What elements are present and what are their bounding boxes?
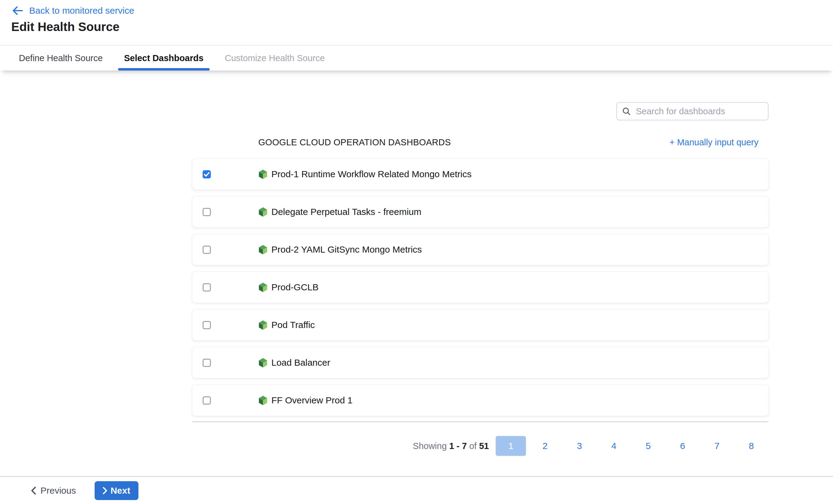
tab-bar: Define Health Source Select Dashboards C…	[0, 45, 833, 71]
page-title: Edit Health Source	[11, 20, 120, 34]
footer-bar: Previous Next	[0, 476, 833, 504]
dashboard-name: Delegate Perpetual Tasks - freemium	[271, 207, 421, 217]
column-header: GOOGLE CLOUD OPERATION DASHBOARDS	[258, 137, 451, 147]
table-row[interactable]: Prod-1 Runtime Workflow Related Mongo Me…	[192, 159, 768, 190]
next-button-label: Next	[111, 485, 130, 496]
dashboard-search	[616, 102, 768, 120]
table-row[interactable]: Prod-GCLB	[192, 272, 768, 303]
list-bottom-divider	[192, 421, 768, 422]
page-button-4[interactable]: 4	[597, 441, 631, 451]
check-icon	[204, 172, 210, 177]
page-button-6[interactable]: 6	[665, 441, 700, 451]
dashboard-hexagon-icon	[258, 282, 268, 293]
dashboard-hexagon-icon	[258, 320, 268, 330]
pagination-total: 51	[479, 441, 489, 451]
chevron-left-icon	[31, 486, 36, 495]
search-icon	[622, 107, 631, 116]
dashboard-name: Prod-1 Runtime Workflow Related Mongo Me…	[271, 169, 472, 179]
dashboard-name: Pod Traffic	[271, 320, 315, 330]
page-button-3[interactable]: 3	[562, 441, 597, 451]
dashboard-hexagon-icon	[258, 395, 268, 406]
page-button-8[interactable]: 8	[734, 441, 768, 451]
row-checkbox[interactable]	[203, 359, 211, 367]
page-button-2[interactable]: 2	[528, 441, 562, 451]
previous-button-label: Previous	[41, 485, 76, 496]
manually-input-query-link[interactable]: + Manually input query	[669, 137, 759, 147]
page-button-1[interactable]: 1	[496, 436, 526, 456]
page-button-7[interactable]: 7	[700, 441, 734, 451]
previous-button[interactable]: Previous	[29, 485, 78, 496]
row-checkbox[interactable]	[203, 396, 211, 405]
dashboard-name: Load Balancer	[271, 357, 330, 368]
row-checkbox[interactable]	[203, 321, 211, 329]
table-row[interactable]: Load Balancer	[192, 347, 768, 378]
back-to-monitored-service-link[interactable]: Back to monitored service	[12, 5, 134, 16]
dashboard-hexagon-icon	[258, 357, 268, 368]
dashboard-name: Prod-GCLB	[271, 282, 318, 293]
pagination-summary: Showing 1 - 7 of 51	[413, 441, 489, 451]
dashboard-hexagon-icon	[258, 169, 268, 180]
row-checkbox[interactable]	[203, 170, 211, 178]
pagination: Showing 1 - 7 of 51 1 2 3 4 5 6 7 8	[192, 435, 768, 457]
tab-define-health-source[interactable]: Define Health Source	[13, 46, 109, 71]
table-row[interactable]: Prod-2 YAML GitSync Mongo Metrics	[192, 234, 768, 265]
table-row[interactable]: FF Overview Prod 1	[192, 385, 768, 416]
back-arrow-icon	[12, 6, 23, 15]
search-input[interactable]	[635, 106, 763, 117]
dashboard-name: Prod-2 YAML GitSync Mongo Metrics	[271, 245, 422, 255]
pagination-range: 1 - 7	[449, 441, 467, 451]
page-button-5[interactable]: 5	[631, 441, 665, 451]
row-checkbox[interactable]	[203, 208, 211, 216]
row-checkbox[interactable]	[203, 246, 211, 254]
next-button[interactable]: Next	[95, 481, 138, 500]
dashboard-hexagon-icon	[258, 245, 268, 255]
dashboard-hexagon-icon	[258, 207, 268, 217]
dashboard-list: Prod-1 Runtime Workflow Related Mongo Me…	[192, 159, 768, 423]
tab-select-dashboards[interactable]: Select Dashboards	[118, 46, 210, 71]
list-header-row: GOOGLE CLOUD OPERATION DASHBOARDS + Manu…	[192, 135, 768, 150]
row-checkbox[interactable]	[203, 283, 211, 292]
chevron-right-icon	[102, 487, 108, 495]
tab-customize-health-source[interactable]: Customize Health Source	[219, 46, 331, 71]
table-row[interactable]: Delegate Perpetual Tasks - freemium	[192, 196, 768, 227]
dashboard-name: FF Overview Prod 1	[271, 395, 353, 405]
back-link-label: Back to monitored service	[29, 5, 134, 16]
table-row[interactable]: Pod Traffic	[192, 309, 768, 341]
